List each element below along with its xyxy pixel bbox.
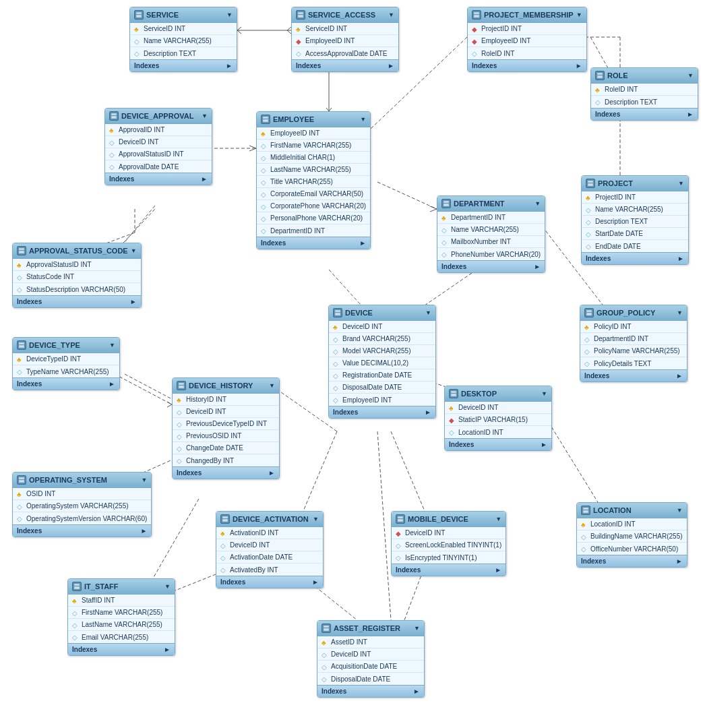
- table-footer-approval_status_code[interactable]: Indexes ►: [13, 295, 141, 307]
- field-name: ChangeDate DATE: [186, 444, 243, 452]
- table-operating_system[interactable]: OPERATING_SYSTEM ▼ ♣ OSID INT ◇ Operatin…: [12, 472, 152, 537]
- table-row: ◇ AcquisitionDate DATE: [317, 661, 424, 673]
- table-icon: [441, 199, 451, 208]
- indexes-arrow[interactable]: ►: [676, 372, 683, 380]
- table-footer-project[interactable]: Indexes ►: [582, 252, 688, 264]
- table-service_access[interactable]: SERVICE_ACCESS ▼ ♣ ServiceID INT ◆ Emplo…: [291, 7, 399, 72]
- dropdown-arrow[interactable]: ▼: [687, 72, 694, 79]
- dropdown-arrow[interactable]: ▼: [388, 11, 394, 18]
- indexes-arrow[interactable]: ►: [413, 688, 420, 695]
- table-row: ◆ ProjectID INT: [468, 23, 586, 35]
- table-footer-group_policy[interactable]: Indexes ►: [580, 369, 687, 382]
- dropdown-arrow[interactable]: ▼: [677, 309, 683, 316]
- field-icon: ◇: [261, 154, 268, 161]
- table-footer-it_staff[interactable]: Indexes ►: [68, 643, 175, 655]
- table-footer-operating_system[interactable]: Indexes ►: [13, 524, 151, 537]
- table-row: ◇ DeviceID INT: [105, 136, 212, 148]
- table-row: ◇ DeviceID INT: [216, 539, 323, 551]
- indexes-arrow[interactable]: ►: [495, 566, 501, 574]
- table-footer-device[interactable]: Indexes ►: [329, 406, 435, 418]
- table-mobile_device[interactable]: MOBILE_DEVICE ▼ ◆ DeviceID INT ◇ ScreenL…: [391, 511, 506, 576]
- dropdown-arrow[interactable]: ▼: [677, 507, 683, 514]
- dropdown-arrow[interactable]: ▼: [109, 342, 115, 348]
- indexes-arrow[interactable]: ►: [425, 408, 431, 416]
- indexes-arrow[interactable]: ►: [109, 380, 115, 388]
- dropdown-arrow[interactable]: ▼: [164, 583, 171, 590]
- table-department[interactable]: DEPARTMENT ▼ ♣ DepartmentID INT ◇ Name V…: [437, 195, 545, 273]
- fk-icon: ◆: [472, 38, 479, 44]
- table-footer-employee[interactable]: Indexes ►: [257, 237, 370, 249]
- table-device_activation[interactable]: DEVICE_ACTIVATION ▼ ♣ ActivationID INT ◇…: [216, 511, 324, 588]
- indexes-arrow[interactable]: ►: [388, 62, 394, 69]
- table-footer-device_activation[interactable]: Indexes ►: [216, 576, 323, 588]
- indexes-arrow[interactable]: ►: [312, 578, 319, 586]
- table-footer-role[interactable]: Indexes ►: [591, 108, 698, 120]
- table-row: ◇ BuildingName VARCHAR(255): [577, 530, 687, 543]
- indexes-arrow[interactable]: ►: [677, 255, 684, 262]
- table-icon: [333, 308, 342, 317]
- table-project_membership[interactable]: PROJECT_MEMBERSHIP ▼ ◆ ProjectID INT ◆ E…: [467, 7, 587, 72]
- indexes-arrow[interactable]: ►: [687, 111, 694, 118]
- table-location[interactable]: LOCATION ▼ ♣ LocationID INT ◇ BuildingNa…: [576, 502, 687, 568]
- field-name: ProjectID INT: [481, 25, 522, 32]
- indexes-arrow[interactable]: ►: [359, 239, 366, 247]
- table-header-department: DEPARTMENT ▼: [437, 196, 545, 212]
- indexes-arrow[interactable]: ►: [534, 263, 541, 270]
- dropdown-arrow[interactable]: ▼: [678, 180, 684, 187]
- dropdown-arrow[interactable]: ▼: [360, 116, 366, 123]
- table-device_history[interactable]: DEVICE_HISTORY ▼ ♣ HistoryID INT ◇ Devic…: [172, 377, 280, 479]
- table-device_approval[interactable]: DEVICE_APPROVAL ▼ ♣ ApprovalID INT ◇ Dev…: [104, 108, 212, 185]
- dropdown-arrow[interactable]: ▼: [541, 390, 547, 397]
- table-name: MOBILE_DEVICE: [408, 515, 468, 523]
- dropdown-arrow[interactable]: ▼: [226, 11, 233, 18]
- dropdown-arrow[interactable]: ▼: [131, 247, 137, 254]
- table-employee[interactable]: EMPLOYEE ▼ ♣ EmployeeID INT ◇ FirstName …: [256, 111, 371, 249]
- table-it_staff[interactable]: IT_STAFF ▼ ♣ StaffID INT ◇ FirstName VAR…: [67, 578, 175, 656]
- table-group_policy[interactable]: GROUP_POLICY ▼ ♣ PolicyID INT ◇ Departme…: [580, 305, 687, 382]
- field-name: ServiceID INT: [144, 25, 185, 32]
- table-footer-location[interactable]: Indexes ►: [577, 555, 687, 567]
- dropdown-arrow[interactable]: ▼: [141, 477, 147, 483]
- table-header-approval_status_code: APPROVAL_STATUS_CODE ▼: [13, 243, 141, 259]
- table-footer-department[interactable]: Indexes ►: [437, 260, 545, 272]
- indexes-arrow[interactable]: ►: [676, 557, 683, 565]
- dropdown-arrow[interactable]: ▼: [269, 382, 275, 389]
- field-name: Title VARCHAR(255): [270, 178, 333, 185]
- table-project[interactable]: PROJECT ▼ ♣ ProjectID INT ◇ Name VARCHAR…: [581, 175, 689, 265]
- indexes-arrow[interactable]: ►: [164, 646, 171, 653]
- dropdown-arrow[interactable]: ▼: [202, 113, 208, 119]
- table-footer-service_access[interactable]: Indexes ►: [292, 59, 398, 71]
- field-name: Name VARCHAR(255): [451, 226, 519, 233]
- table-device_type[interactable]: DEVICE_TYPE ▼ ♣ DeviceTypeID INT ◇ TypeN…: [12, 337, 120, 390]
- table-footer-device_type[interactable]: Indexes ►: [13, 377, 119, 390]
- dropdown-arrow[interactable]: ▼: [576, 11, 582, 18]
- indexes-arrow[interactable]: ►: [140, 527, 147, 535]
- svg-rect-47: [474, 15, 479, 18]
- field-icon: ◇: [333, 360, 340, 367]
- indexes-arrow[interactable]: ►: [576, 62, 582, 69]
- table-approval_status_code[interactable]: APPROVAL_STATUS_CODE ▼ ♣ ApprovalStatusI…: [12, 243, 142, 308]
- indexes-arrow[interactable]: ►: [541, 441, 547, 448]
- table-footer-service[interactable]: Indexes ►: [130, 59, 237, 71]
- table-role[interactable]: ROLE ▼ ♣ RoleID INT ◇ Description TEXT I…: [590, 67, 698, 121]
- table-footer-project_membership[interactable]: Indexes ►: [468, 59, 586, 71]
- dropdown-arrow[interactable]: ▼: [495, 516, 501, 522]
- indexes-arrow[interactable]: ►: [130, 298, 137, 305]
- table-footer-device_history[interactable]: Indexes ►: [173, 466, 279, 479]
- dropdown-arrow[interactable]: ▼: [414, 625, 420, 632]
- table-footer-mobile_device[interactable]: Indexes ►: [392, 564, 506, 576]
- table-asset_register[interactable]: ASSET_REGISTER ▼ ♣ AssetID INT ◇ DeviceI…: [317, 620, 425, 698]
- dropdown-arrow[interactable]: ▼: [425, 309, 431, 316]
- table-footer-device_approval[interactable]: Indexes ►: [105, 173, 212, 185]
- table-desktop[interactable]: DESKTOP ▼ ♣ DeviceID INT ◆ StaticIP VARC…: [444, 386, 552, 451]
- table-device[interactable]: DEVICE ▼ ♣ DeviceID INT ◇ Brand VARCHAR(…: [328, 305, 436, 419]
- table-footer-desktop[interactable]: Indexes ►: [445, 438, 551, 450]
- table-service[interactable]: SERVICE ▼ ♣ ServiceID INT ◇ Name VARCHAR…: [129, 7, 237, 72]
- dropdown-arrow[interactable]: ▼: [534, 200, 541, 207]
- indexes-arrow[interactable]: ►: [268, 469, 275, 477]
- table-footer-asset_register[interactable]: Indexes ►: [317, 685, 424, 697]
- indexes-arrow[interactable]: ►: [226, 62, 233, 69]
- field-icon: ◇: [177, 421, 183, 427]
- indexes-arrow[interactable]: ►: [201, 175, 208, 183]
- dropdown-arrow[interactable]: ▼: [313, 516, 319, 522]
